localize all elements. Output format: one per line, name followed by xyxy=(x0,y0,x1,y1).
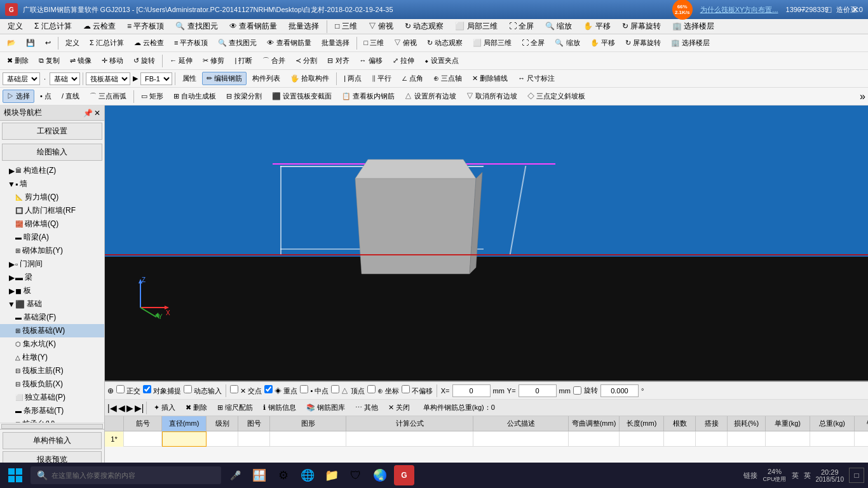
engineering-setup-btn[interactable]: 工程设置 xyxy=(2,123,102,140)
delete-aux-btn[interactable]: ✕ 删除辅线 xyxy=(468,72,512,85)
taskbar-app-3[interactable]: 🌐 xyxy=(297,465,318,485)
viewport[interactable]: Z X Y xyxy=(105,105,868,381)
menu-item-3d[interactable]: □ 三维 xyxy=(330,20,362,33)
def-slope-btn[interactable]: ◇ 三点定义斜坡板 xyxy=(523,90,590,103)
selectfloor-btn[interactable]: 🏢 选择楼层 xyxy=(667,36,714,50)
cloud-btn[interactable]: ☁ 云检查 xyxy=(130,36,168,50)
sub-type-select[interactable]: 筏板基础 xyxy=(86,72,130,85)
rebar-nav-first[interactable]: |◀ xyxy=(107,403,117,413)
menu-item-zoom[interactable]: 🔍 缩放 xyxy=(540,20,577,33)
local3d-btn[interactable]: ⬜ 局部三维 xyxy=(468,36,516,50)
rebar-info-btn[interactable]: ℹ 钢筋信息 xyxy=(259,401,300,414)
three-point-axis-btn[interactable]: ⊕ 三点轴 xyxy=(429,72,466,85)
x-input[interactable] xyxy=(452,384,491,397)
pan-btn[interactable]: ✋ 平移 xyxy=(586,36,620,50)
parallel-btn[interactable]: ∥ 平行 xyxy=(367,72,396,85)
expand-icon[interactable]: » xyxy=(860,91,865,102)
rotate-btn[interactable]: ↺ 旋转 xyxy=(129,54,159,67)
center-checkbox[interactable] xyxy=(300,385,308,393)
menu-item-dynamic[interactable]: ↻ 动态观察 xyxy=(400,20,449,33)
view-btn[interactable]: ▽ 俯视 xyxy=(390,36,421,50)
element-type-select[interactable]: 基础 xyxy=(50,72,80,85)
element-list-btn[interactable]: 构件列表 xyxy=(248,72,285,85)
help-link[interactable]: 为什么筏板XY方向布置... xyxy=(700,5,778,15)
taskbar-app-1[interactable]: 🪟 xyxy=(249,465,269,485)
two-point-btn[interactable]: | 两点 xyxy=(339,72,366,85)
midpoint-checkbox[interactable] xyxy=(264,385,273,393)
taskbar-app-6[interactable]: 🌏 xyxy=(370,465,390,485)
tree-item-masonrywall[interactable]: 🧱砌体墙(Q) xyxy=(0,217,104,231)
draw-input-btn[interactable]: 绘图输入 xyxy=(2,144,102,161)
merge-btn[interactable]: ⌒ 合并 xyxy=(258,54,290,67)
split-btn[interactable]: ≺ 分割 xyxy=(291,54,322,67)
menu-item-align[interactable]: ≡ 平齐板顶 xyxy=(122,20,169,33)
tree-item-isolated[interactable]: ⬜独立基础(P) xyxy=(0,391,104,404)
menu-item-floor[interactable]: 🏢 选择楼层 xyxy=(667,20,719,33)
menu-item-local3d[interactable]: ⬜ 局部三维 xyxy=(450,20,502,33)
menu-item-fullscreen[interactable]: ⛶ 全屏 xyxy=(504,20,539,33)
tree-item-column-base[interactable]: △柱墩(Y) xyxy=(0,351,104,364)
edit-rebar-btn[interactable]: ✏ 编辑钢筋 xyxy=(202,72,247,85)
single-element-btn[interactable]: 单构件输入 xyxy=(3,432,102,449)
point-angle-btn[interactable]: ∠ 点角 xyxy=(397,72,428,85)
property-btn[interactable]: 属性 xyxy=(178,72,201,85)
tree-item-column[interactable]: ▶ 🏛 构造柱(Z) xyxy=(0,164,104,177)
rebar-nav-next[interactable]: ▶ xyxy=(126,403,133,413)
stretch-btn[interactable]: ⤢ 拉伸 xyxy=(388,54,419,67)
vertex-checkbox[interactable] xyxy=(331,385,339,393)
open-btn[interactable]: 📂 xyxy=(3,37,20,49)
rebar-lib-btn[interactable]: 📚 钢筋图库 xyxy=(302,401,349,414)
tree-item-wall[interactable]: ▼ ▪ 墙 xyxy=(0,177,104,191)
tree-item-shearwall[interactable]: 📐剪力墙(Q) xyxy=(0,191,104,204)
layer-select[interactable]: 基础层 xyxy=(3,72,40,85)
minimize-button[interactable]: ─ xyxy=(789,0,815,19)
extend-btn[interactable]: ← 延伸 xyxy=(165,54,197,67)
arc-btn[interactable]: ⌒ 三点画弧 xyxy=(85,90,131,103)
toggle-wall[interactable]: ▼ xyxy=(8,180,15,189)
planfloor-btn[interactable]: ≡ 平齐板顶 xyxy=(170,36,212,50)
rebar-other-btn[interactable]: ⋯ 其他 xyxy=(351,401,383,414)
dynamic-btn[interactable]: ↻ 动态观察 xyxy=(423,36,467,50)
cell-diameter[interactable] xyxy=(162,431,207,447)
tree-item-raft[interactable]: ⊞筏板基础(W) xyxy=(0,324,104,337)
align-btn[interactable]: ⊟ 对齐 xyxy=(323,54,353,67)
taskbar-search-input[interactable] xyxy=(51,471,215,479)
point-btn[interactable]: • 点 xyxy=(36,90,56,103)
undo-btn[interactable]: ↩ xyxy=(41,37,55,49)
intersection-checkbox[interactable] xyxy=(230,385,238,393)
taskbar-app-ggj[interactable]: G xyxy=(394,465,414,485)
view-slab-rebar-btn[interactable]: 📋 查看板内钢筋 xyxy=(337,90,399,103)
define-btn[interactable]: 定义 xyxy=(61,36,84,50)
close-button[interactable]: ✕ xyxy=(843,0,868,19)
element-select[interactable]: FB-1 xyxy=(140,72,172,85)
tree-item-strip[interactable]: ▬条形基础(T) xyxy=(0,404,104,417)
sidebar-close-btn[interactable]: ✕ xyxy=(94,109,100,118)
taskbar-search[interactable]: 🔍 xyxy=(31,466,221,484)
mirror-btn[interactable]: ⇌ 镜像 xyxy=(65,54,96,67)
tree-item-slab[interactable]: ▶ ◼板 xyxy=(0,284,104,297)
taskbar-app-2[interactable]: ⚙ xyxy=(273,465,294,485)
taskbar-app-4[interactable]: 📁 xyxy=(322,465,342,485)
menu-item-find[interactable]: 🔍 查找图元 xyxy=(170,20,222,33)
select-tool-btn[interactable]: ▷ 选择 xyxy=(3,90,34,103)
rebar-close-btn[interactable]: ✕ 关闭 xyxy=(384,401,414,414)
findelement-btn[interactable]: 🔍 查找图元 xyxy=(214,36,261,50)
rotate-input[interactable] xyxy=(600,384,639,397)
voice-icon-btn[interactable]: 🎤 xyxy=(225,465,245,485)
grip-btn[interactable]: ⬥ 设置夹点 xyxy=(420,54,463,67)
screenrotate-btn[interactable]: ↻ 屏幕旋转 xyxy=(621,36,665,50)
nooffset-checkbox[interactable] xyxy=(402,385,410,393)
menu-item-cloud[interactable]: ☁ 云检查 xyxy=(78,20,121,33)
dim-btn[interactable]: ↔ 尺寸标注 xyxy=(513,72,559,85)
rect-btn[interactable]: ▭ 矩形 xyxy=(137,90,168,103)
tree-item-beam[interactable]: ▶ ▬梁 xyxy=(0,271,104,284)
snap-obj-checkbox[interactable] xyxy=(143,385,151,393)
zoom-btn[interactable]: 🔍 缩放 xyxy=(550,36,584,50)
hscroll-track[interactable] xyxy=(1,424,103,429)
start-button[interactable] xyxy=(4,464,27,487)
copy-btn[interactable]: ⧉ 复制 xyxy=(34,54,64,67)
rebar-nav-last[interactable]: ▶| xyxy=(135,403,144,413)
tree-item-airdoor[interactable]: 🔲人防门框墙(RF xyxy=(0,204,104,217)
set-cross-section-btn[interactable]: ⬛ 设置筏板变截面 xyxy=(268,90,336,103)
menu-item-view-rebar[interactable]: 👁 查看钢筋量 xyxy=(224,20,282,33)
